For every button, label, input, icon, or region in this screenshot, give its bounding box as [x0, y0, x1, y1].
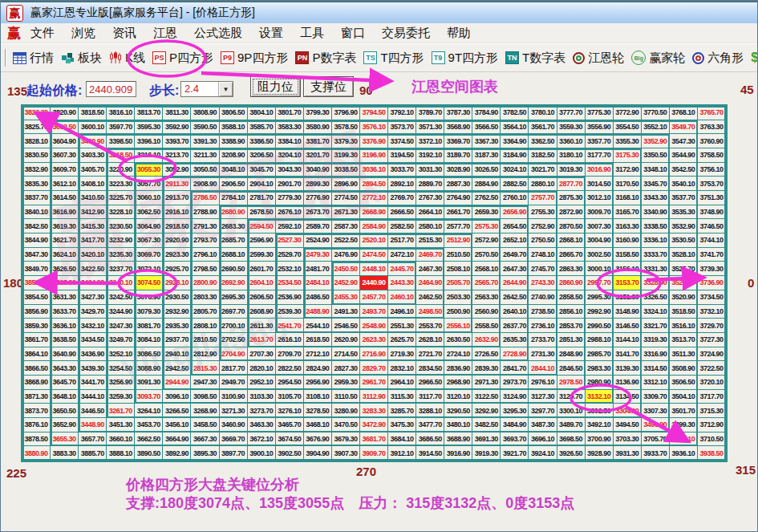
price-cell: 2858.50	[557, 290, 586, 305]
price-cell: 3381.70	[304, 134, 332, 148]
price-cell: 3184.90	[501, 148, 529, 163]
price-cell: 3489.70	[557, 418, 586, 433]
price-cell: 2565.70	[472, 276, 501, 290]
price-cell: 3568.90	[444, 120, 472, 135]
price-cell: 3357.70	[586, 134, 614, 148]
toolbar-item-9P四方形[interactable]: P99P四方形	[221, 51, 288, 66]
price-cell: 3856.90	[22, 305, 51, 319]
price-cell: 3038.50	[332, 163, 360, 177]
price-cell: 3052.90	[163, 163, 191, 177]
price-cell: 2505.70	[444, 276, 472, 290]
menu-item-资讯[interactable]: 资讯	[112, 26, 136, 39]
menu-item-工具[interactable]: 工具	[300, 26, 324, 39]
price-cell: 3009.70	[586, 205, 614, 220]
price-cell: 3379.30	[332, 134, 360, 148]
price-cell: 2952.10	[248, 376, 276, 390]
price-cell: 3849.70	[22, 262, 51, 276]
menu-item-帮助[interactable]: 帮助	[447, 26, 471, 39]
toolbar-item-P数字表[interactable]: PNP数字表	[295, 51, 356, 66]
toolbar-item-板块[interactable]: 板块	[61, 51, 102, 66]
toolbar-item-label: P数字表	[312, 51, 356, 66]
menu-logo-icon: 赢	[7, 24, 21, 43]
price-cell: 3451.30	[107, 418, 135, 433]
price-cell: 3242.50	[107, 290, 135, 305]
price-cell: 3355.30	[614, 134, 642, 148]
price-cell: 2848.90	[557, 347, 586, 362]
menu-item-江恩[interactable]: 江恩	[153, 26, 177, 39]
price-cell: 2596.90	[248, 234, 276, 248]
price-cell: 2853.70	[557, 319, 586, 333]
start-price-input[interactable]	[86, 81, 136, 97]
price-cell: 3237.70	[107, 262, 135, 276]
price-cell: 2580.10	[416, 219, 444, 234]
price-cell: 2503.30	[444, 290, 472, 305]
price-cell: 3724.90	[698, 347, 726, 362]
price-cell: 3621.70	[51, 234, 79, 248]
toolbar-item-赢家服务[interactable]: $赢家服务	[751, 50, 758, 66]
price-cell: 3220.90	[107, 163, 135, 177]
toolbar-item-label: 9T四方形	[448, 51, 499, 66]
price-cell: 3477.70	[416, 418, 444, 433]
price-cell: 2676.10	[276, 205, 304, 220]
price-cell: 3213.70	[163, 148, 191, 163]
menu-item-公式选股[interactable]: 公式选股	[194, 26, 242, 39]
price-cell: 3765.70	[698, 106, 726, 120]
degree-label-225: 225	[6, 466, 26, 480]
price-cell: 2836.90	[444, 361, 472, 376]
price-cell: 3655.30	[51, 433, 79, 447]
price-cell: 3616.90	[51, 205, 79, 220]
price-cell: 2517.70	[388, 234, 416, 248]
price-cell: 3554.50	[614, 120, 642, 135]
analysis-title: 价格四方形大盘关键位分析	[126, 475, 299, 494]
price-cell: 3804.10	[248, 106, 276, 120]
toolbar-item-江恩轮[interactable]: 江恩轮	[573, 51, 624, 66]
support-button[interactable]: 支撑位	[303, 76, 354, 97]
title-bar: 赢 赢家江恩专业版[赢家服务平台] - [价格正方形]	[1, 1, 758, 23]
toolbar-item-P四方形[interactable]: PSP四方形	[152, 51, 213, 66]
price-cell: 3619.30	[51, 219, 79, 234]
price-cell: 2870.50	[557, 219, 586, 234]
price-cell: 3602.50	[51, 120, 79, 135]
price-cell: 2611.30	[248, 319, 276, 333]
menu-item-窗口[interactable]: 窗口	[341, 26, 365, 39]
toolbar-item-行情[interactable]: 行情	[13, 51, 54, 66]
resistance-button[interactable]: 阻力位	[250, 76, 301, 97]
toolbar-item-T数字表[interactable]: TNT数字表	[505, 51, 565, 66]
menu-item-设置[interactable]: 设置	[259, 26, 283, 39]
price-cell: 3434.50	[79, 333, 107, 347]
price-cell: 3340.90	[642, 205, 670, 220]
menu-item-交易委托[interactable]: 交易委托	[382, 26, 430, 39]
price-cell: 3168.10	[614, 191, 642, 205]
price-cell: 2659.30	[472, 205, 501, 220]
price-cell: 3019.30	[557, 163, 586, 177]
toolbar-item-T四方形[interactable]: TST四方形	[363, 51, 424, 66]
toolbar-item-六角形[interactable]: 六角形	[692, 51, 744, 66]
price-cell: 3189.70	[444, 148, 472, 163]
toolbar-item-K线[interactable]: K线	[109, 51, 145, 66]
price-cell: 2980.90	[586, 376, 614, 390]
chevron-down-icon[interactable]: ▼	[218, 82, 233, 96]
price-cell: 3916.90	[444, 446, 472, 461]
menu-item-浏览[interactable]: 浏览	[71, 26, 95, 39]
price-cell: 3278.50	[304, 404, 332, 418]
price-cell: 3333.70	[642, 248, 670, 262]
price-cell: 2472.10	[388, 248, 416, 262]
price-cell: 3175.30	[614, 148, 642, 163]
price-cell: 3777.70	[557, 106, 586, 120]
price-cell: 3748.90	[698, 205, 726, 220]
toolbar-item-9T四方形[interactable]: T99T四方形	[432, 51, 499, 66]
price-cell: 3902.50	[276, 446, 304, 461]
price-cell: 2716.90	[360, 347, 388, 362]
price-cell: 2820.10	[248, 361, 276, 376]
step-combobox[interactable]: 2.4 ▼	[180, 81, 233, 97]
price-cell: 3244.90	[107, 305, 135, 319]
price-cell: 3247.30	[107, 319, 135, 333]
toolbar-item-赢家轮[interactable]: Big赢家轮	[631, 51, 685, 66]
menu-item-文件[interactable]: 文件	[30, 26, 55, 39]
price-cell: 3688.90	[444, 433, 472, 447]
price-cell: 2772.10	[360, 191, 388, 205]
price-cell: 2692.90	[220, 276, 248, 290]
price-cell: 3427.30	[79, 290, 107, 305]
price-cell: 3228.10	[107, 205, 135, 220]
price-cell: 3624.10	[51, 248, 79, 262]
